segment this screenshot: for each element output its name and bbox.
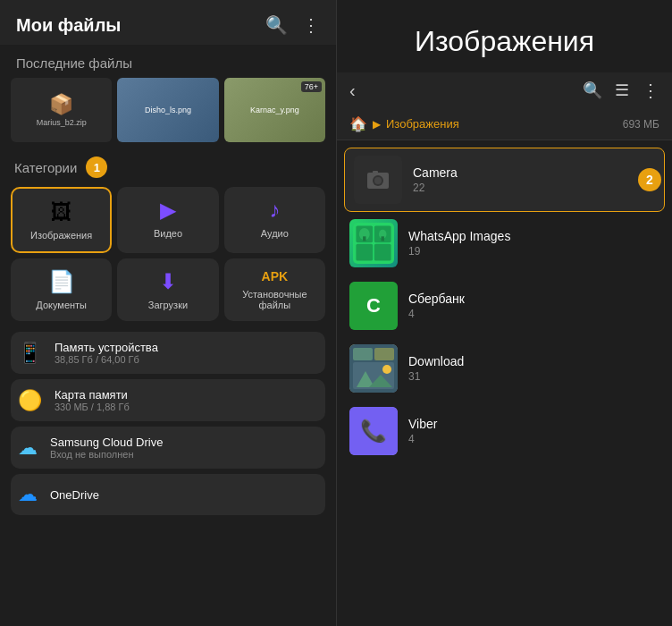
sdcard-icon: 🟡: [18, 389, 42, 412]
categories-label: Категории 1: [11, 156, 325, 187]
viber-thumb: 📞: [349, 407, 398, 455]
svg-rect-13: [382, 236, 384, 241]
back-button[interactable]: ‹: [349, 80, 356, 101]
cat-images-label: Изображения: [30, 230, 92, 241]
samsung-cloud-info: Samsung Cloud Drive Вход не выполнен: [50, 436, 163, 460]
cat-downloads[interactable]: ⬇ Загрузки: [117, 258, 218, 321]
recent-files-row: 📦 Marius_b2.zip Disho_ls.png Karnac_y.pn…: [0, 78, 336, 153]
storage-samsung-cloud[interactable]: ☁ Samsung Cloud Drive Вход не выполнен: [11, 427, 325, 469]
file-item-viber[interactable]: 📞 Viber 4: [337, 400, 672, 462]
left-panel: Мои файлы 🔍 ⋮ Последние файлы 📦 Marius_b…: [0, 0, 336, 626]
file-item-camera-wrapper: Camera 22 2: [337, 148, 672, 212]
storage-sdcard[interactable]: 🟡 Карта памяти 330 МБ / 1,88 Гб: [11, 379, 325, 421]
cat-apk[interactable]: APK Установочные файлы: [224, 258, 325, 321]
toolbar-left: ‹: [349, 80, 356, 101]
file-item-camera[interactable]: Camera 22: [344, 148, 665, 212]
svg-rect-9: [374, 244, 391, 261]
svg-rect-11: [363, 236, 365, 241]
categories-text: Категории: [14, 160, 77, 175]
onedrive-icon: ☁: [18, 483, 38, 506]
right-panel: Изображения ‹ 🔍 ☰ ⋮ 🏠 ▶ Изображения 693 …: [336, 0, 672, 626]
file-item-download[interactable]: Download 31: [337, 337, 672, 400]
download-details: Download 31: [408, 354, 464, 383]
list-view-button[interactable]: ☰: [615, 80, 629, 100]
cat-audio-label: Аудио: [261, 228, 289, 239]
camera-thumb: [354, 156, 402, 204]
recent-file-zip[interactable]: 📦 Marius_b2.zip: [11, 78, 112, 142]
step2-badge: 2: [638, 168, 661, 191]
cat-docs-label: Документы: [36, 300, 87, 310]
device-name: Память устройства: [55, 341, 158, 354]
breadcrumb-size: 693 МБ: [623, 118, 659, 131]
file-item-sber[interactable]: С Сбербанк 4: [337, 275, 672, 337]
storage-onedrive[interactable]: ☁ OneDrive: [11, 474, 325, 515]
sdcard-sub: 330 МБ / 1,88 Гб: [55, 402, 130, 412]
svg-point-3: [374, 177, 382, 184]
svg-rect-8: [356, 244, 373, 261]
video-icon: ▶: [160, 198, 176, 223]
cat-downloads-label: Загрузки: [148, 300, 188, 310]
cat-images[interactable]: 🖼 Изображения: [11, 187, 112, 253]
svg-text:С: С: [366, 294, 381, 317]
downloads-icon: ⬇: [159, 269, 177, 294]
sdcard-info: Карта памяти 330 МБ / 1,88 Гб: [55, 388, 130, 412]
cat-audio[interactable]: ♪ Аудио: [224, 187, 325, 253]
svg-rect-17: [353, 348, 373, 360]
viber-name: Viber: [408, 417, 437, 431]
onedrive-info: OneDrive: [50, 488, 99, 502]
categories-grid: 🖼 Изображения ▶ Видео ♪ Аудио 📄 Документ…: [11, 187, 325, 321]
file-item-whatsapp[interactable]: WhatsApp Images 19: [337, 212, 672, 275]
recent-file-png2[interactable]: Karnac_y.png 76+: [224, 78, 325, 142]
recent-file-name-png2: Karnac_y.png: [250, 106, 299, 114]
samsung-cloud-sub: Вход не выполнен: [50, 449, 163, 460]
download-count: 31: [408, 370, 464, 383]
recent-badge: 76+: [301, 81, 322, 92]
svg-rect-18: [374, 348, 394, 360]
header-icons: 🔍 ⋮: [265, 14, 320, 36]
storage-device[interactable]: 📱 Память устройства 38,85 Гб / 64,00 Гб: [11, 332, 325, 374]
file-list: Camera 22 2: [337, 140, 672, 626]
left-header: Мои файлы 🔍 ⋮: [0, 0, 336, 45]
whatsapp-details: WhatsApp Images 19: [408, 229, 510, 258]
cat-video[interactable]: ▶ Видео: [117, 187, 218, 253]
recent-file-png1[interactable]: Disho_ls.png: [117, 78, 218, 142]
whatsapp-count: 19: [408, 245, 510, 258]
home-icon: 🏠: [349, 115, 367, 132]
step1-badge: 1: [86, 156, 107, 178]
sber-thumb: С: [349, 282, 398, 330]
sber-details: Сбербанк 4: [408, 292, 465, 320]
breadcrumb-path[interactable]: Изображения: [386, 117, 459, 131]
sber-name: Сбербанк: [408, 292, 465, 306]
viber-details: Viber 4: [408, 417, 437, 445]
categories-section: Категории 1 🖼 Изображения ▶ Видео ♪ Ауди…: [0, 153, 336, 332]
zip-icon: 📦: [49, 93, 73, 116]
svg-point-22: [382, 365, 391, 374]
download-thumb: [349, 344, 398, 393]
camera-name: Camera: [413, 165, 458, 180]
audio-icon: ♪: [269, 198, 280, 223]
download-name: Download: [408, 354, 464, 368]
whatsapp-name: WhatsApp Images: [408, 229, 510, 243]
breadcrumb-arrow: ▶: [373, 118, 381, 131]
search-icon[interactable]: 🔍: [265, 14, 288, 36]
recent-file-name-png1: Disho_ls.png: [145, 106, 191, 114]
toolbar-right: 🔍 ☰ ⋮: [583, 80, 659, 101]
more-menu-icon[interactable]: ⋮: [302, 14, 320, 36]
onedrive-name: OneDrive: [50, 488, 99, 502]
more-options-button[interactable]: ⋮: [642, 80, 659, 101]
images-icon: 🖼: [51, 199, 72, 224]
sdcard-name: Карта памяти: [55, 388, 130, 402]
device-info: Память устройства 38,85 Гб / 64,00 Гб: [55, 341, 158, 365]
sber-count: 4: [408, 308, 465, 320]
apk-icon: APK: [262, 269, 289, 283]
cat-video-label: Видео: [154, 228, 182, 239]
samsung-cloud-icon: ☁: [18, 436, 38, 460]
recent-file-name-zip: Marius_b2.zip: [37, 118, 87, 127]
storage-section: 📱 Память устройства 38,85 Гб / 64,00 Гб …: [0, 332, 336, 519]
search-button[interactable]: 🔍: [583, 80, 602, 100]
right-title: Изображения: [337, 0, 672, 72]
samsung-cloud-name: Samsung Cloud Drive: [50, 436, 163, 449]
viber-count: 4: [408, 433, 437, 445]
cat-docs[interactable]: 📄 Документы: [11, 258, 112, 321]
left-title: Мои файлы: [16, 15, 121, 36]
